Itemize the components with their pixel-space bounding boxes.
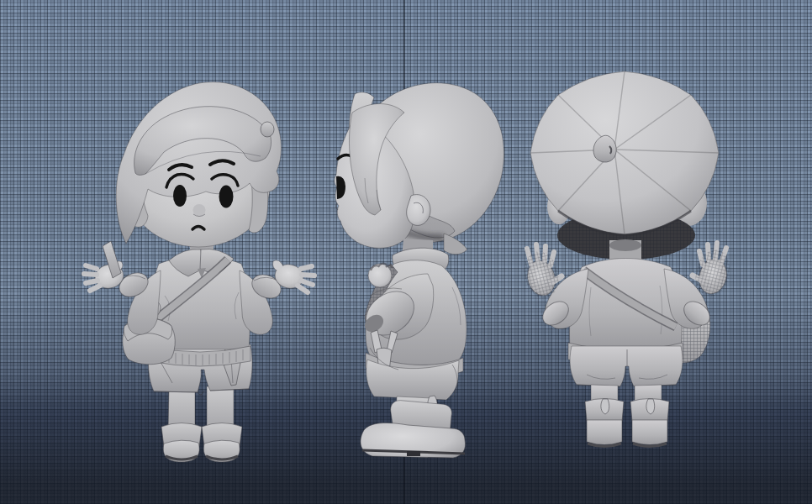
back-beret[interactable] (530, 71, 719, 235)
back-boots[interactable] (585, 399, 669, 447)
nose (193, 204, 206, 216)
right-eye (219, 186, 234, 208)
character-back-view[interactable] (515, 69, 761, 470)
character-back-svg[interactable] (515, 69, 761, 470)
side-ear[interactable] (407, 195, 430, 226)
sculpt-canvas[interactable] (0, 0, 812, 504)
left-eye (173, 185, 187, 207)
character-side-view[interactable] (326, 69, 509, 470)
front-boots[interactable] (161, 423, 242, 463)
character-front-svg[interactable] (74, 69, 319, 470)
back-shorts[interactable] (570, 346, 683, 386)
character-front-view[interactable] (74, 69, 319, 470)
side-boot[interactable] (361, 396, 466, 458)
front-head[interactable] (116, 82, 281, 247)
character-side-svg[interactable] (326, 69, 509, 470)
